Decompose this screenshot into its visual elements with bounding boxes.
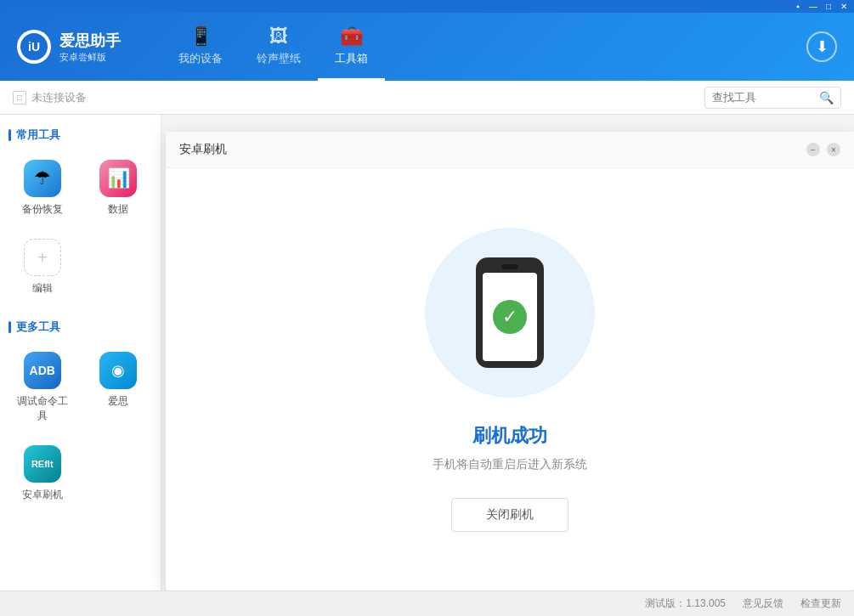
android-flash-icon: REfIt [24, 445, 61, 483]
sidebar: 常用工具 ☂ 备份恢复 📊 数据 + 编辑 更多工具 ADB 调试命令工具 ◉ [0, 115, 161, 591]
pin-btn[interactable]: ▪ [791, 2, 805, 12]
android-flash-dialog: 安卓刷机 − × ✓ 刷机成功 手机将自动重启后进入新系统 关闭刷机 [166, 132, 854, 591]
section-more-title: 更多工具 [8, 319, 152, 335]
minimize-btn[interactable]: — [806, 2, 820, 12]
header-right: ⬇ [806, 31, 854, 62]
section-common-title: 常用工具 [8, 127, 152, 143]
backup-label: 备份恢复 [22, 202, 63, 217]
logo-text: 爱思助手 安卓尝鲜版 [59, 31, 121, 64]
ringtone-icon: 🖼 [269, 25, 288, 48]
edit-icon: + [24, 239, 61, 276]
tool-android-flash[interactable]: REfIt 安卓刷机 [8, 438, 76, 509]
check-update-link[interactable]: 检查更新 [800, 596, 841, 611]
aisou-icon: ◉ [99, 352, 137, 389]
dialog-controls: − × [806, 143, 840, 156]
device-icon: □ [13, 91, 26, 105]
toolbox-icon: 🧰 [340, 25, 363, 48]
nav-tabs: 📱 我的设备 🖼 铃声壁纸 🧰 工具箱 [161, 13, 385, 81]
logo-icon-text: iU [28, 40, 40, 54]
close-btn[interactable]: ✕ [837, 2, 851, 12]
feedback-link[interactable]: 意见反馈 [743, 596, 783, 611]
tool-aisou[interactable]: ◉ 爱思 [85, 345, 153, 430]
version-label: 测试版：1.13.005 [645, 596, 726, 611]
main-content: 常用工具 ☂ 备份恢复 📊 数据 + 编辑 更多工具 ADB 调试命令工具 ◉ [0, 115, 854, 591]
search-input[interactable] [712, 91, 814, 104]
dialog-header: 安卓刷机 − × [166, 132, 854, 168]
download-button[interactable]: ⬇ [806, 31, 837, 62]
search-icon: 🔍 [819, 91, 834, 105]
tab-my-device-label: 我的设备 [178, 51, 223, 66]
search-box[interactable]: 🔍 [704, 87, 841, 109]
dialog-minimize-btn[interactable]: − [806, 143, 820, 156]
my-device-icon: 📱 [189, 25, 212, 48]
toolbar: □ 未连接设备 🔍 [0, 81, 854, 115]
data-icon: 📊 [99, 160, 137, 197]
tab-toolbox[interactable]: 🧰 工具箱 [318, 13, 385, 81]
tab-toolbox-label: 工具箱 [335, 51, 368, 66]
tool-adb[interactable]: ADB 调试命令工具 [8, 345, 76, 430]
tab-my-device[interactable]: 📱 我的设备 [161, 13, 240, 81]
device-label: 未连接设备 [31, 90, 87, 105]
device-indicator: □ 未连接设备 [13, 90, 87, 105]
success-subtitle: 手机将自动重启后进入新系统 [433, 457, 587, 472]
logo-icon: iU [17, 30, 51, 64]
titlebar: ▪ — □ ✕ [0, 0, 854, 13]
success-title: 刷机成功 [472, 423, 547, 449]
logo-title: 爱思助手 [59, 31, 121, 51]
edit-label: 编辑 [32, 281, 53, 296]
common-tools-grid: ☂ 备份恢复 📊 数据 + 编辑 [8, 153, 152, 302]
maximize-btn[interactable]: □ [822, 2, 835, 12]
adb-label: 调试命令工具 [12, 394, 73, 423]
adb-icon: ADB [24, 352, 61, 389]
phone-shape: ✓ [476, 257, 544, 368]
backup-icon: ☂ [24, 160, 61, 197]
footer: 测试版：1.13.005 意见反馈 检查更新 [0, 591, 854, 616]
dialog-close-btn[interactable]: × [827, 143, 840, 156]
more-tools-grid: ADB 调试命令工具 ◉ 爱思 REfIt 安卓刷机 [8, 345, 152, 509]
titlebar-controls: ▪ — □ ✕ [791, 2, 854, 12]
tool-backup[interactable]: ☂ 备份恢复 [8, 153, 76, 223]
aisou-label: 爱思 [108, 394, 128, 409]
logo-icon-inner: iU [20, 33, 48, 60]
close-flash-button[interactable]: 关闭刷机 [451, 498, 568, 532]
phone-screen: ✓ [483, 273, 537, 361]
phone-illustration: ✓ [425, 228, 595, 398]
data-label: 数据 [108, 202, 128, 217]
header: iU 爱思助手 安卓尝鲜版 📱 我的设备 🖼 铃声壁纸 🧰 工具箱 ⬇ [0, 13, 854, 81]
android-flash-label: 安卓刷机 [22, 488, 63, 502]
phone-notch [501, 264, 518, 269]
download-icon: ⬇ [816, 37, 829, 56]
logo-area: iU 爱思助手 安卓尝鲜版 [0, 30, 144, 64]
tool-data[interactable]: 📊 数据 [85, 153, 153, 223]
tab-ringtone[interactable]: 🖼 铃声壁纸 [240, 13, 318, 81]
dialog-title: 安卓刷机 [179, 142, 806, 157]
dialog-content: ✓ 刷机成功 手机将自动重启后进入新系统 关闭刷机 [166, 168, 854, 591]
success-checkmark: ✓ [493, 300, 527, 334]
tab-ringtone-label: 铃声壁纸 [257, 51, 301, 66]
tool-edit[interactable]: + 编辑 [8, 232, 76, 302]
logo-subtitle: 安卓尝鲜版 [59, 51, 121, 64]
